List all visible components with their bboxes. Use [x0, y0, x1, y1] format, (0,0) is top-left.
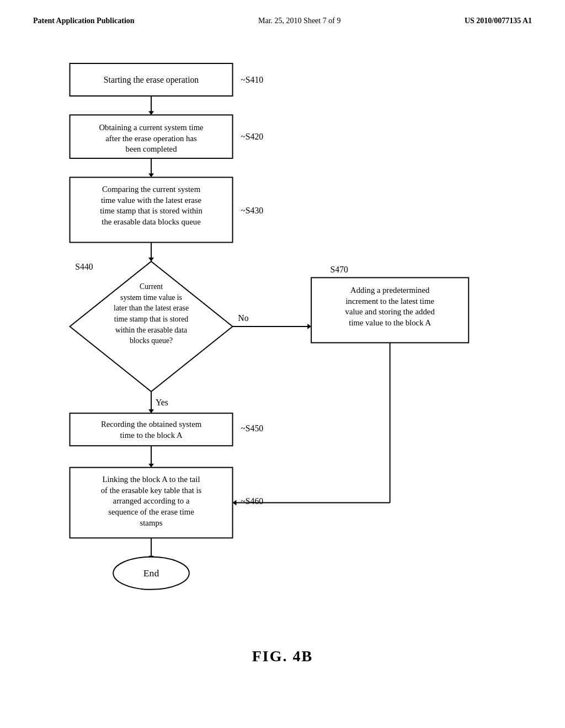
- patent-number-label: US 2010/0077135 A1: [465, 17, 532, 25]
- svg-text:time value to the block A: time value to the block A: [349, 318, 431, 327]
- svg-text:time stamp that is stored with: time stamp that is stored within: [100, 206, 202, 215]
- svg-text:within the erasable data: within the erasable data: [115, 326, 187, 334]
- svg-marker-55: [233, 500, 237, 506]
- svg-text:value and storing the added: value and storing the added: [345, 307, 435, 316]
- publication-label: Patent Application Publication: [33, 17, 135, 25]
- svg-text:arranged according to a: arranged according to a: [113, 496, 190, 505]
- svg-text:after the erase operation has: after the erase operation has: [105, 134, 197, 143]
- svg-text:Starting the erase operation: Starting the erase operation: [104, 75, 199, 85]
- svg-text:No: No: [238, 313, 248, 323]
- svg-text:the erasable data blocks queue: the erasable data blocks queue: [102, 217, 201, 226]
- svg-text:time stamp that is stored: time stamp that is stored: [114, 315, 189, 323]
- svg-text:Yes: Yes: [156, 398, 168, 407]
- svg-marker-11: [148, 174, 154, 178]
- figure-caption: FIG. 4B: [0, 647, 565, 665]
- svg-text:Linking the block A to the tai: Linking the block A to the tail: [103, 475, 200, 484]
- date-sheet-label: Mar. 25, 2010 Sheet 7 of 9: [258, 17, 340, 25]
- svg-text:Current: Current: [140, 282, 163, 291]
- svg-text:~S460: ~S460: [241, 496, 263, 506]
- svg-text:time to the block A: time to the block A: [120, 431, 182, 440]
- svg-text:system time value is: system time value is: [120, 293, 182, 302]
- svg-text:blocks queue?: blocks queue?: [130, 336, 173, 345]
- svg-text:stamps: stamps: [140, 518, 163, 527]
- svg-text:Recording the obtained system: Recording the obtained system: [101, 420, 202, 429]
- diagram-area: Starting the erase operation ~S410 Obtai…: [0, 31, 565, 682]
- svg-marker-4: [148, 111, 154, 115]
- svg-text:Obtaining a current system tim: Obtaining a current system time: [99, 123, 204, 132]
- svg-marker-29: [307, 324, 311, 329]
- page-header: Patent Application Publication Mar. 25, …: [0, 0, 565, 25]
- svg-marker-45: [148, 464, 154, 468]
- svg-marker-38: [148, 409, 154, 413]
- svg-text:Adding a predetermined: Adding a predetermined: [350, 286, 430, 295]
- svg-rect-40: [70, 413, 233, 446]
- svg-text:sequence of the erase time: sequence of the erase time: [108, 507, 194, 516]
- svg-text:of the erasable key table that: of the erasable key table that is: [101, 486, 202, 495]
- svg-text:~S430: ~S430: [241, 206, 263, 215]
- svg-text:Comparing the current system: Comparing the current system: [102, 185, 201, 194]
- svg-text:been completed: been completed: [126, 144, 178, 153]
- svg-text:S440: S440: [75, 262, 93, 271]
- svg-text:End: End: [143, 568, 159, 579]
- svg-text:increment to the latest time: increment to the latest time: [345, 297, 434, 306]
- svg-text:S470: S470: [331, 265, 348, 274]
- svg-text:later than the latest erase: later than the latest erase: [114, 304, 189, 312]
- svg-text:~S450: ~S450: [241, 424, 263, 433]
- svg-text:time value with the latest era: time value with the latest erase: [101, 196, 202, 205]
- svg-text:~S410: ~S410: [241, 75, 263, 84]
- svg-text:~S420: ~S420: [241, 132, 263, 141]
